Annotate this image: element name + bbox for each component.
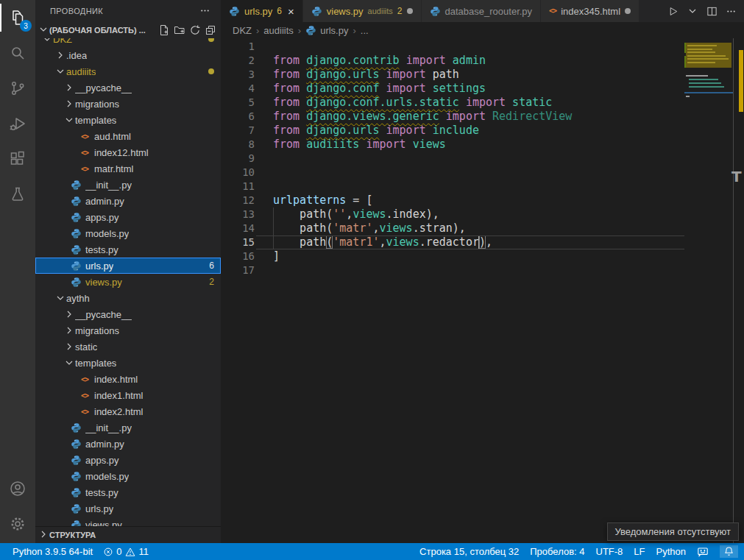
tree-item-index-html[interactable]: <>index.html	[35, 371, 221, 387]
tree-item-views-py[interactable]: views.py2	[35, 274, 221, 290]
status-eol[interactable]: LF	[634, 546, 645, 557]
minimap-line	[686, 75, 708, 77]
status-problems[interactable]: 011	[103, 546, 149, 557]
code-token: path	[273, 235, 326, 249]
outline-section-header[interactable]: СТРУКТУРА	[35, 526, 221, 543]
new-file-icon[interactable]	[158, 24, 170, 36]
minimap[interactable]	[684, 38, 734, 543]
status-python-version[interactable]: Python 3.9.5 64-bit	[13, 546, 93, 557]
code-line[interactable]: 8from audiiits import views	[221, 138, 684, 152]
code-line[interactable]: 9	[221, 152, 684, 166]
activity-item-extensions[interactable]	[0, 141, 35, 177]
code-line[interactable]: 12urlpatterns = [	[221, 194, 684, 208]
tree-item-aythh[interactable]: aythh	[35, 290, 221, 306]
activity-item-settings[interactable]	[0, 506, 35, 542]
close-icon[interactable]: ×	[288, 6, 294, 17]
activity-item-testing[interactable]	[0, 177, 35, 212]
collapse-all-icon[interactable]	[205, 24, 216, 36]
tree-item-matr-html[interactable]: <>matr.html	[35, 160, 221, 177]
activity-item-account[interactable]	[0, 471, 35, 506]
tab-views-py[interactable]: views.pyaudiiits2	[303, 0, 422, 22]
code-line[interactable]: 4from django.conf import settings	[221, 82, 684, 96]
tree-item-admin-py[interactable]: admin.py	[35, 193, 221, 209]
tree-item-init-py[interactable]: __init__.py	[35, 419, 221, 436]
tree-item-init-py[interactable]: __init__.py	[35, 177, 221, 193]
code-line[interactable]: 2from django.contrib import admin	[221, 54, 684, 68]
tree-item-templates[interactable]: templates	[35, 355, 221, 371]
code-editor[interactable]: 12from django.contrib import admin3from …	[221, 38, 744, 543]
activity-item-run-debug[interactable]	[0, 106, 35, 141]
code-line[interactable]: 16]	[221, 249, 684, 263]
ellipsis-icon[interactable]	[199, 5, 210, 16]
ellipsis-icon[interactable]	[726, 6, 737, 17]
breadcrumb-item[interactable]: audiiits	[263, 25, 293, 36]
tree-item-urls-py[interactable]: urls.py	[35, 500, 221, 517]
code-token: from	[273, 138, 306, 151]
code-token: django.urls	[306, 68, 379, 81]
line-number: 3	[221, 68, 255, 82]
code-line[interactable]: 5from django.conf.urls.static import sta…	[221, 96, 684, 110]
tab-urls-py[interactable]: urls.py6×	[221, 0, 303, 22]
tree-item-urls-py[interactable]: urls.py6	[35, 258, 221, 274]
tree-item-tests-py[interactable]: tests.py	[35, 484, 221, 500]
breadcrumb-item[interactable]: urls.py	[305, 25, 348, 36]
activity-item-search[interactable]	[0, 35, 35, 71]
tree-item-apps-py[interactable]: apps.py	[35, 452, 221, 468]
code-region[interactable]: 12from django.contrib import admin3from …	[221, 38, 684, 277]
status-language-mode[interactable]: Python	[656, 546, 686, 557]
code-token: = [	[346, 194, 372, 207]
chevron-down-icon[interactable]	[687, 5, 698, 17]
tree-item-static[interactable]: static	[35, 339, 221, 355]
vertical-scrollbar[interactable]	[733, 38, 744, 543]
code-line[interactable]: 13 path('',views.index),	[221, 208, 684, 221]
new-folder-icon[interactable]	[174, 24, 185, 36]
tree-item-idea[interactable]: .idea	[35, 47, 221, 63]
code-token: from	[273, 110, 306, 123]
tree-item-audiiits[interactable]: audiiits	[35, 63, 221, 79]
code-token: )	[479, 235, 486, 249]
breadcrumb-item[interactable]: ...	[361, 25, 369, 36]
code-line[interactable]: 10	[221, 166, 684, 180]
refresh-icon[interactable]	[189, 24, 201, 36]
activity-item-source-control[interactable]	[0, 71, 35, 106]
code-line[interactable]: 6from django.views.generic import Redire…	[221, 110, 684, 124]
tree-item-pycache[interactable]: __pycache__	[35, 306, 221, 322]
tree-item-apps-py[interactable]: apps.py	[35, 209, 221, 225]
code-line[interactable]: 7from django.urls import include	[221, 124, 684, 138]
status-feedback[interactable]	[697, 546, 709, 558]
activity-item-explorer[interactable]: 3	[0, 0, 35, 35]
breadcrumb-item[interactable]: DKZ	[233, 25, 252, 36]
activity-bar: 3	[0, 0, 35, 543]
tree-item-templates[interactable]: templates	[35, 112, 221, 128]
tree-item-dkz[interactable]: DKZ	[35, 38, 221, 47]
tree-item-migrations[interactable]: migrations	[35, 322, 221, 339]
tab-index345-html[interactable]: <>index345.html	[541, 0, 640, 22]
tree-item-views-py[interactable]: views.py	[35, 517, 221, 526]
minimap-gutter-mark	[684, 56, 686, 68]
play-icon[interactable]	[667, 6, 679, 17]
tree-item-pycache[interactable]: __pycache__	[35, 79, 221, 96]
code-line[interactable]: 15 path('matr1',views.redactor),	[221, 235, 684, 249]
tree-item-tests-py[interactable]: tests.py	[35, 241, 221, 258]
workspace-section-header[interactable]: (РАБОЧАЯ ОБЛАСТЬ) ...	[35, 22, 221, 38]
code-line[interactable]: 11	[221, 180, 684, 194]
code-line[interactable]: 17	[221, 263, 684, 277]
code-line[interactable]: 14 path('matr',views.stran),	[221, 221, 684, 235]
status-notifications[interactable]	[720, 545, 738, 558]
tree-item-index2-html[interactable]: <>index2.html	[35, 403, 221, 419]
tree-item-index12-html[interactable]: <>index12.html	[35, 144, 221, 160]
code-token: django.contrib	[306, 54, 399, 67]
tree-item-migrations[interactable]: migrations	[35, 96, 221, 112]
tree-item-admin-py[interactable]: admin.py	[35, 436, 221, 452]
code-line[interactable]: 1	[221, 40, 684, 54]
tree-item-index1-html[interactable]: <>index1.html	[35, 387, 221, 403]
code-line[interactable]: 3from django.urls import path	[221, 68, 684, 82]
tab-database-roouter-py[interactable]: database_roouter.py	[422, 0, 542, 22]
tree-item-aud-html[interactable]: <>aud.html	[35, 128, 221, 144]
status-encoding[interactable]: UTF-8	[596, 546, 623, 557]
tree-item-models-py[interactable]: models.py	[35, 225, 221, 241]
split-editor-icon[interactable]	[706, 6, 718, 17]
tree-item-models-py[interactable]: models.py	[35, 468, 221, 484]
status-indentation[interactable]: Пробелов: 4	[530, 546, 584, 557]
status-cursor-position[interactable]: Строка 15, столбец 32	[419, 546, 519, 557]
